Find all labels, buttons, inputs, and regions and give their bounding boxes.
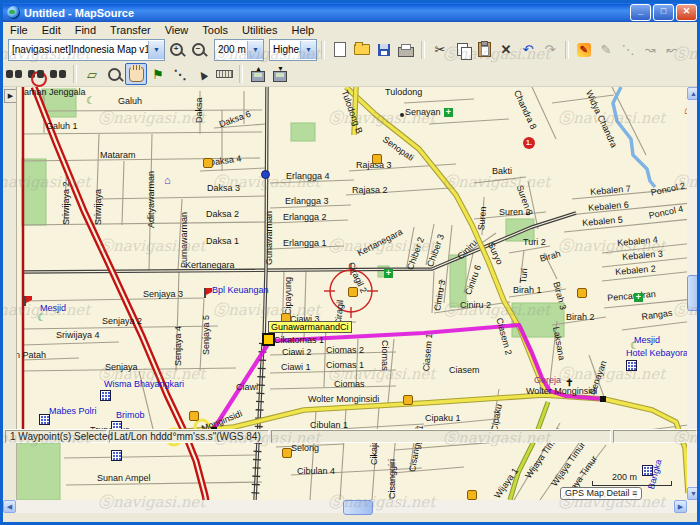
street-label: Galuh 1	[46, 122, 78, 131]
gps-map-detail-button[interactable]: GPS Map Detail ≡	[560, 487, 642, 500]
street-label: Daksa 3	[207, 184, 240, 193]
street-label: Erlangga 3	[285, 197, 329, 206]
yellow-poi-icon	[203, 158, 213, 168]
chevron-down-icon[interactable]: ▼	[148, 41, 164, 59]
flag-icon: ⚑	[152, 68, 164, 81]
new-document-button[interactable]	[329, 39, 351, 61]
delete-x-icon: ✕	[501, 43, 512, 56]
scroll-up-button[interactable]: ▲	[687, 87, 700, 100]
vertical-scroll-thumb[interactable]	[687, 275, 700, 311]
redo-button[interactable]: ↷	[539, 39, 561, 61]
street-label: Kertanegara	[185, 261, 235, 270]
detail-level-combo[interactable]: Highest ▼	[269, 39, 317, 61]
menu-item-edit[interactable]: Edit	[35, 23, 68, 37]
open-file-button[interactable]	[351, 39, 373, 61]
street-label: Senayan	[405, 108, 441, 117]
street-label: Birah 1	[513, 286, 542, 295]
street-label: Rajasa 2	[352, 186, 388, 195]
send-to-device-button[interactable]: ▲	[247, 63, 269, 85]
yellow-poi-icon	[467, 490, 477, 500]
street-label: Senjaya 4	[174, 326, 183, 366]
menu-item-utilities[interactable]: Utilities	[235, 23, 284, 37]
street-label: Adityawarman	[147, 171, 156, 228]
selection-tool-button[interactable]: ▲	[191, 63, 213, 85]
route-edit-tool-button[interactable]: ✎	[595, 39, 617, 61]
scroll-right-button[interactable]: ▶	[674, 500, 687, 513]
recent-finds-button[interactable]: ★	[47, 63, 69, 85]
selection-status: 1 Waypoint(s) Selected	[5, 430, 107, 443]
copy-button[interactable]	[451, 39, 473, 61]
cut-button[interactable]: ✂	[429, 39, 451, 61]
magnifier-plus-icon: +	[170, 43, 183, 56]
menu-item-file[interactable]: File	[3, 23, 35, 37]
find-button[interactable]	[3, 63, 25, 85]
menu-item-tools[interactable]: Tools	[195, 23, 235, 37]
bldg-poi-icon	[642, 465, 653, 476]
zoom-tool-button[interactable]	[103, 63, 125, 85]
separator	[239, 65, 243, 83]
open-folder-icon	[354, 44, 370, 55]
street-label: Senjaya 3	[143, 290, 183, 299]
maximize-button[interactable]: □	[653, 4, 674, 21]
scroll-down-button[interactable]: ▼	[687, 487, 700, 500]
binoculars-icon	[6, 69, 22, 79]
print-button[interactable]	[395, 39, 417, 61]
street-label: Birah 2	[566, 313, 595, 322]
curve-tool-button[interactable]: ↝	[639, 39, 661, 61]
menu-item-view[interactable]: View	[158, 23, 196, 37]
map-select-tool-button[interactable]: ▱	[81, 63, 103, 85]
street-label: Ciawi 2	[282, 348, 312, 357]
paste-button[interactable]	[473, 39, 495, 61]
close-button[interactable]: ✕	[676, 4, 697, 21]
track-edit-tool-button[interactable]: ⋱	[617, 39, 639, 61]
separator	[321, 41, 325, 59]
trace-tool-button[interactable]: ↜	[661, 39, 683, 61]
hand-tool-button[interactable]	[125, 63, 147, 85]
selected-waypoint-icon[interactable]	[262, 333, 275, 346]
main-toolbar: [navigasi.net]Indonesia Map v1.45u (free…	[3, 37, 697, 63]
app-icon	[7, 6, 20, 19]
separator	[421, 41, 425, 59]
title-bar[interactable]: Untitled - MapSource _ □ ✕	[3, 3, 697, 22]
menu-item-transfer[interactable]: Transfer	[103, 23, 158, 37]
street-label: Daksa	[195, 97, 204, 123]
zoom-scale-combo[interactable]: 200 m ▼	[214, 39, 264, 61]
chevron-down-icon[interactable]: ▼	[247, 41, 263, 59]
street-label: Sriwijaya	[94, 189, 103, 225]
cres-poi-icon: ☾	[37, 313, 46, 323]
scroll-left-button[interactable]: ◀	[3, 500, 16, 513]
print-icon	[398, 47, 414, 57]
delete-button[interactable]: ✕	[495, 39, 517, 61]
map-scale-bar	[592, 481, 672, 486]
save-button[interactable]	[373, 39, 395, 61]
menu-item-find[interactable]: Find	[68, 23, 103, 37]
undo-button[interactable]: ↶	[517, 39, 539, 61]
street-label: Ciawi 1	[281, 363, 311, 372]
route-tool-button[interactable]: ⋱	[169, 63, 191, 85]
yellow-poi-icon	[577, 288, 587, 298]
menu-item-help[interactable]: Help	[284, 23, 321, 37]
waypoint-tool-button[interactable]: ⚑	[147, 63, 169, 85]
street-label: Mataram	[100, 151, 136, 160]
street-label: Cikatomas 1	[274, 336, 324, 345]
cres-poi-icon: ☾	[86, 96, 95, 106]
street-label: Cibulan 4	[297, 467, 335, 476]
receive-from-device-button[interactable]: ▼	[269, 63, 291, 85]
route-waypoint[interactable]	[600, 396, 606, 402]
minimize-button[interactable]: _	[630, 4, 651, 21]
selected-waypoint-label[interactable]: GunawarmanandCi	[268, 321, 352, 333]
chevron-down-icon[interactable]: ▼	[300, 41, 316, 59]
street-label: den Patah	[16, 351, 46, 360]
horizontal-scroll-thumb[interactable]	[343, 500, 373, 515]
street-label: Senjaya 2	[102, 317, 142, 326]
yellow-poi-icon	[189, 411, 199, 421]
zoom-in-button[interactable]: +	[165, 39, 187, 61]
kdot-poi-icon	[400, 113, 404, 117]
distance-tool-button[interactable]	[213, 63, 235, 85]
find-nearest-button[interactable]	[25, 63, 47, 85]
map-product-combo[interactable]: [navigasi.net]Indonesia Map v1.45u (free…	[8, 39, 165, 61]
magnifier-minus-icon: −	[192, 43, 205, 56]
waypoint-edit-tool-button[interactable]: ✎	[573, 39, 595, 61]
street-label: Cipayung	[284, 277, 293, 315]
zoom-out-button[interactable]: −	[187, 39, 209, 61]
